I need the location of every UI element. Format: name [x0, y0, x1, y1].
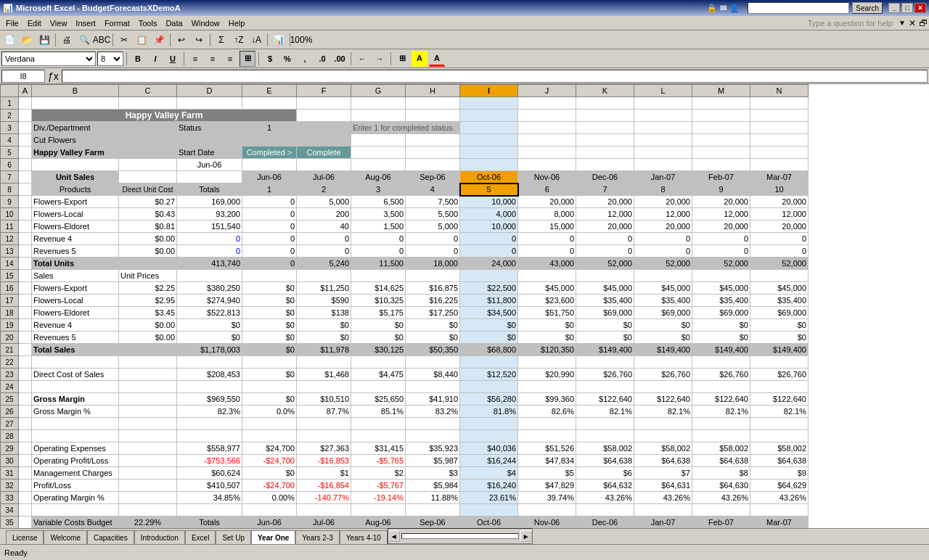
undo-button[interactable]: ↩: [173, 32, 189, 48]
title-bar: 📊 Microsoft Excel - BudgetForecastsXDemo…: [0, 0, 929, 16]
borders-button[interactable]: ⊞: [394, 51, 410, 67]
menu-insert[interactable]: Insert: [71, 17, 100, 29]
col-header-d[interactable]: D: [177, 85, 242, 97]
tab-years-2-3[interactable]: Years 2-3: [295, 530, 339, 544]
col-header-row[interactable]: A B C D E F G H I J K L M N: [1, 85, 809, 97]
table-row: 31 Management Charges $60,624 $0 $1 $2 $…: [1, 467, 809, 479]
sort-asc-button[interactable]: ↑Z: [231, 32, 247, 48]
scroll-right-button[interactable]: ►: [520, 530, 532, 542]
underline-button[interactable]: U: [165, 51, 181, 67]
preview-button[interactable]: 🔍: [76, 32, 92, 48]
font-color-button[interactable]: A: [429, 51, 445, 67]
status-text: Ready: [4, 548, 28, 557]
col-header-h[interactable]: H: [406, 85, 460, 97]
new-button[interactable]: 📄: [1, 32, 17, 48]
col-header-a[interactable]: A: [19, 85, 32, 97]
print-button[interactable]: 🖨: [59, 32, 75, 48]
menu-format[interactable]: Format: [100, 17, 134, 29]
scroll-left-button[interactable]: ◄: [388, 530, 400, 542]
table-row: 32 Profit/Loss $410,507 -$24,700 -$16,85…: [1, 479, 809, 492]
minimize-button[interactable]: _: [888, 3, 900, 13]
col-header-i[interactable]: I: [460, 85, 518, 97]
col-header-k[interactable]: K: [576, 85, 634, 97]
excel-icon: 📊: [3, 4, 13, 13]
open-button[interactable]: 📂: [19, 32, 35, 48]
menu-window[interactable]: Window: [187, 17, 224, 29]
currency-button[interactable]: $: [262, 51, 278, 67]
help-resize-icon[interactable]: 🗗: [919, 18, 928, 28]
tab-setup[interactable]: Set Up: [216, 530, 251, 544]
align-left-button[interactable]: ≡: [187, 51, 203, 67]
align-center-button[interactable]: ≡: [205, 51, 221, 67]
window-controls: _ □ ✕: [888, 3, 926, 13]
sum-button[interactable]: Σ: [213, 32, 229, 48]
col-header-n[interactable]: N: [750, 85, 809, 97]
merge-center-button[interactable]: ⊞: [240, 51, 255, 67]
bold-button[interactable]: B: [130, 51, 146, 67]
formula-input[interactable]: [62, 70, 928, 83]
tab-years-4-10[interactable]: Years 4-10: [340, 530, 388, 544]
paste-button[interactable]: 📌: [151, 32, 167, 48]
col-header-e[interactable]: E: [242, 85, 297, 97]
indent-increase-button[interactable]: →: [372, 51, 388, 67]
col-header-l[interactable]: L: [634, 85, 692, 97]
menu-data[interactable]: Data: [161, 17, 187, 29]
spell-button[interactable]: ABC: [94, 32, 110, 48]
decrease-decimal-button[interactable]: .00: [332, 51, 348, 67]
grid-table: A B C D E F G H I J K L M N: [0, 84, 809, 528]
col-header-c[interactable]: C: [119, 85, 177, 97]
comma-button[interactable]: ,: [297, 51, 313, 67]
save-button[interactable]: 💾: [36, 32, 52, 48]
tab-welcome[interactable]: Welcome: [44, 530, 87, 544]
increase-decimal-button[interactable]: .0: [314, 51, 330, 67]
table-row: 17 Flowers-Local $2.95 $274,940 $0 $590 …: [1, 295, 809, 307]
copy-button[interactable]: 📋: [134, 32, 150, 48]
table-row: 22: [1, 356, 809, 368]
col-header-f[interactable]: F: [297, 85, 351, 97]
tab-introduction[interactable]: Introduction: [134, 530, 185, 544]
col-header-g[interactable]: G: [351, 85, 406, 97]
cell-reference-input[interactable]: I8: [1, 70, 45, 83]
horizontal-scrollbar[interactable]: [401, 533, 519, 539]
maximize-button[interactable]: □: [901, 3, 913, 13]
percent-button[interactable]: %: [279, 51, 295, 67]
help-dropdown-icon[interactable]: ▼: [899, 19, 906, 27]
system-icon3: 👤: [729, 4, 740, 13]
title-search-input[interactable]: [748, 2, 849, 14]
table-row: 10 Flowers-Local $0.43 93,200 0 200 3,50…: [1, 208, 809, 221]
redo-button[interactable]: ↪: [191, 32, 207, 48]
col-header-m[interactable]: M: [692, 85, 750, 97]
table-row: 29 Operating Expenses $558,977 $24,700 $…: [1, 442, 809, 455]
tab-license[interactable]: License: [6, 530, 44, 544]
tab-year-one[interactable]: Year One: [251, 530, 295, 544]
title-search-button[interactable]: Search: [852, 2, 883, 14]
sheet-scroll[interactable]: A B C D E F G H I J K L M N: [0, 84, 929, 528]
cut-button[interactable]: ✂: [116, 32, 132, 48]
system-icon1: 🔒: [707, 4, 717, 13]
indent-decrease-button[interactable]: ←: [354, 51, 370, 67]
menu-tools[interactable]: Tools: [134, 17, 162, 29]
tab-excel[interactable]: Excel: [185, 530, 216, 544]
menu-help[interactable]: Help: [224, 17, 250, 29]
fill-color-button[interactable]: A: [412, 51, 427, 67]
help-text: Type a question for help: [808, 19, 899, 28]
align-right-button[interactable]: ≡: [222, 51, 238, 67]
table-row: 30 Operating Profit/Loss -$753,566 -$24,…: [1, 455, 809, 467]
col-header-j[interactable]: J: [518, 85, 576, 97]
help-close-icon[interactable]: ✕: [909, 18, 916, 28]
italic-button[interactable]: I: [147, 51, 163, 67]
tab-capacities[interactable]: Capacities: [87, 530, 134, 544]
close-button[interactable]: ✕: [914, 3, 926, 13]
zoom-button[interactable]: 100%: [293, 32, 309, 48]
menu-file[interactable]: File: [1, 17, 23, 29]
chart-button[interactable]: 📊: [271, 32, 287, 48]
table-row: 13 Revenues 5 $0.00 0 0 0 0 0 0 0 0 0 0: [1, 245, 809, 258]
font-size-selector[interactable]: 8 9 10 11 12: [97, 52, 123, 66]
font-selector[interactable]: Verdana Arial Times New Roman: [1, 52, 96, 66]
formula-bar: I8 ƒx: [0, 68, 929, 84]
menu-view[interactable]: View: [46, 17, 72, 29]
menu-edit[interactable]: Edit: [23, 17, 46, 29]
sort-desc-button[interactable]: ↓A: [248, 32, 264, 48]
col-header-b[interactable]: B: [32, 85, 119, 97]
table-row: 3 Div./Department Status 1 Enter 1 for c…: [1, 122, 809, 134]
